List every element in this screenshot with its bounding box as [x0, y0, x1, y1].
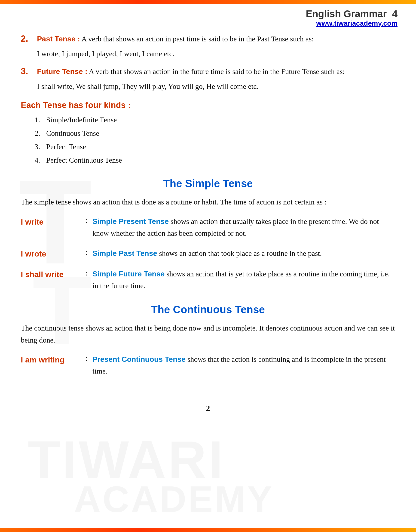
kind-item-1: 1. Simple/Indefinite Tense — [35, 114, 395, 125]
simple-future-desc: Simple Future Tense shows an action that… — [93, 268, 395, 292]
continuous-tense-description: The continuous tense shows an action tha… — [21, 322, 395, 346]
present-continuous-colon: : — [81, 353, 93, 363]
simple-future-type: Simple Future Tense — [93, 270, 165, 278]
header-title-text: English Grammar — [306, 8, 387, 19]
kind-num-2: 2. — [35, 128, 46, 139]
simple-present-type: Simple Present Tense — [93, 217, 169, 225]
kind-item-4: 4. Perfect Continuous Tense — [35, 155, 395, 166]
watermark-tiwari-text: TIWARI — [28, 429, 225, 490]
kind-text-1: Simple/Indefinite Tense — [46, 114, 117, 125]
simple-present-colon: : — [81, 216, 93, 225]
header-number: 4 — [392, 8, 397, 19]
top-gradient-bar — [0, 0, 416, 4]
simple-past-colon: : — [81, 248, 93, 257]
header-website: www.tiwariacademy.com — [19, 19, 397, 27]
simple-present-term: I write — [21, 216, 81, 228]
past-tense-desc: A verb that shows an action in past time… — [81, 35, 314, 43]
present-continuous-def: I am writing : Present Continuous Tense … — [21, 353, 395, 377]
simple-future-def: I shall write : Simple Future Tense show… — [21, 268, 395, 292]
simple-present-desc: Simple Present Tense shows an action tha… — [93, 216, 395, 239]
watermark-academy-text: ACADEMY — [74, 478, 274, 521]
page-number: 2 — [0, 404, 416, 422]
kind-num-4: 4. — [35, 155, 46, 166]
present-continuous-desc: Present Continuous Tense shows that the … — [93, 353, 395, 377]
kind-text-3: Perfect Tense — [46, 141, 86, 152]
item-number-3: 3. — [21, 66, 37, 76]
future-tense-desc: A verb that shows an action in the futur… — [89, 67, 345, 76]
present-continuous-type: Present Continuous Tense — [93, 355, 186, 363]
future-tense-content: Future Tense : A verb that shows an acti… — [37, 66, 395, 92]
continuous-tense-heading: The Continuous Tense — [21, 303, 395, 316]
simple-future-colon: : — [81, 268, 93, 277]
past-tense-label: Past Tense : — [37, 35, 80, 43]
future-tense-label: Future Tense : — [37, 67, 87, 76]
past-tense-content: Past Tense : A verb that shows an action… — [37, 33, 395, 59]
simple-past-term: I wrote — [21, 248, 81, 260]
kind-text-2: Continuous Tense — [46, 128, 99, 139]
page-header: English Grammar 4 www.tiwariacademy.com — [0, 4, 416, 29]
simple-tense-heading: The Simple Tense — [21, 177, 395, 190]
item-number-2: 2. — [21, 34, 37, 44]
future-tense-example: I shall write, We shall jump, They will … — [37, 81, 395, 92]
simple-future-term: I shall write — [21, 268, 81, 280]
simple-tense-description: The simple tense shows an action that is… — [21, 196, 395, 208]
simple-present-def: I write : Simple Present Tense shows an … — [21, 216, 395, 239]
kind-item-3: 3. Perfect Tense — [35, 141, 395, 152]
kind-num-3: 3. — [35, 141, 46, 152]
four-kinds-heading: Each Tense has four kinds : — [21, 100, 395, 110]
past-tense-item: 2. Past Tense : A verb that shows an act… — [21, 33, 395, 59]
simple-past-type: Simple Past Tense — [93, 249, 157, 257]
header-title: English Grammar 4 — [19, 8, 397, 19]
kind-item-2: 2. Continuous Tense — [35, 128, 395, 139]
simple-past-text: shows an action that took place as a rou… — [159, 249, 322, 257]
simple-past-def: I wrote : Simple Past Tense shows an act… — [21, 248, 395, 260]
main-content: 2. Past Tense : A verb that shows an act… — [0, 29, 416, 404]
simple-past-desc: Simple Past Tense shows an action that t… — [93, 248, 395, 259]
kinds-list: 1. Simple/Indefinite Tense 2. Continuous… — [21, 114, 395, 166]
bottom-gradient-bar — [0, 528, 416, 532]
past-tense-example: I wrote, I jumped, I played, I went, I c… — [37, 48, 395, 60]
present-continuous-term: I am writing — [21, 353, 81, 366]
kind-num-1: 1. — [35, 114, 46, 125]
future-tense-item: 3. Future Tense : A verb that shows an a… — [21, 66, 395, 92]
kind-text-4: Perfect Continuous Tense — [46, 155, 122, 166]
